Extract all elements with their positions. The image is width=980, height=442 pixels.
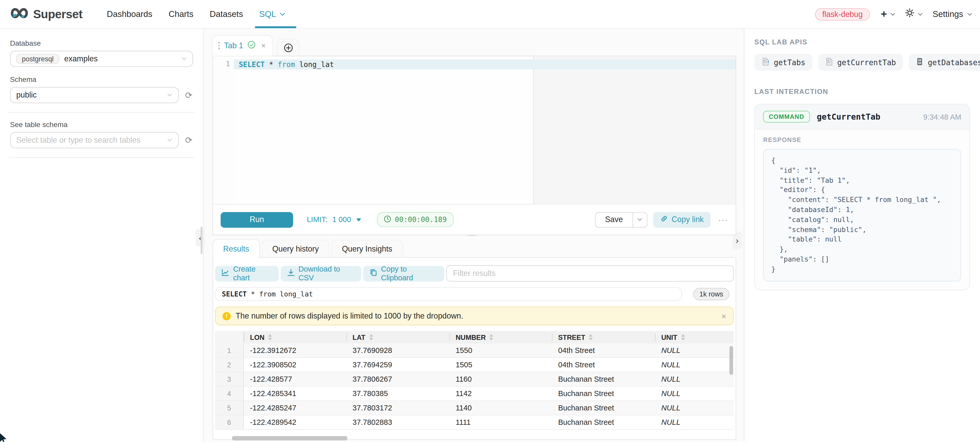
superset-sql-lab-screen: Superset Dashboards Charts Datasets SQL …: [0, 0, 980, 442]
json-line: {: [771, 156, 953, 166]
create-chart-button[interactable]: Create chart: [215, 266, 278, 281]
database-select[interactable]: postgresql examples: [10, 51, 193, 67]
save-options-caret[interactable]: [633, 212, 647, 227]
column-header-lon[interactable]: LON: [244, 331, 347, 343]
json-line: "title": "Tab 1",: [771, 176, 953, 185]
tab-query-insights[interactable]: Query Insights: [331, 240, 403, 258]
get-databases-button[interactable]: getDatabases: [908, 54, 980, 71]
tab-results[interactable]: Results: [213, 239, 260, 258]
warning-text: The number of rows displayed is limited …: [235, 311, 463, 320]
editor-tabstrip: Tab 1 ×: [213, 36, 737, 56]
column-header-lat[interactable]: LAT: [346, 331, 449, 343]
table-row: 1 -122.3912672 37.7690928 1550 04th Stre…: [215, 343, 734, 358]
sidebar-divider: [9, 157, 194, 158]
get-current-tab-button[interactable]: getCurrentTab: [818, 54, 903, 71]
filter-results-input[interactable]: Filter results: [446, 265, 734, 282]
main-nav: Dashboards Charts Datasets SQL: [99, 0, 292, 28]
close-warning-icon[interactable]: ×: [722, 311, 726, 321]
collapse-left-panel-button[interactable]: ‹: [196, 229, 205, 246]
sort-icon: [268, 334, 272, 340]
tab-query-history[interactable]: Query history: [262, 240, 329, 258]
theme-menu[interactable]: [905, 8, 922, 20]
column-header-street[interactable]: STREET: [552, 331, 655, 343]
json-line: "schema": "public",: [771, 225, 953, 235]
sql-code-editor[interactable]: 1 SELECT * from long_lat: [213, 56, 736, 204]
copy-link-button[interactable]: Copy link: [653, 212, 711, 227]
column-header-number[interactable]: NUMBER: [450, 331, 552, 343]
response-json-box: { "id": "1", "title": "Tab 1", "editor":…: [763, 149, 961, 281]
last-interaction-card: COMMAND getCurrentTab 9:34:48 AM RESPONS…: [754, 104, 970, 290]
table-row: 4 -122.4285341 37.780385 1142 Buchanan S…: [215, 386, 734, 401]
nav-sql[interactable]: SQL: [251, 0, 292, 28]
executed-query-preview: SELECT * from long_lat: [215, 287, 682, 301]
api-buttons-row: getTabs getCurrentTab: [754, 54, 970, 71]
column-header-unit[interactable]: UNIT: [655, 331, 734, 343]
download-icon: [287, 268, 295, 279]
superset-logo-icon: [10, 7, 29, 22]
nav-datasets[interactable]: Datasets: [202, 0, 251, 28]
drag-handle-icon[interactable]: [218, 42, 220, 49]
editor-gutter: [213, 56, 234, 204]
json-line: "id": "1",: [771, 166, 953, 176]
superset-logo[interactable]: Superset: [10, 7, 83, 22]
new-item-menu[interactable]: +: [881, 9, 894, 19]
query-preview-row: SELECT * from long_lat 1k rows: [215, 287, 734, 301]
row-number-header: [215, 331, 244, 343]
sql-lab-apis-panel: SQL LAB APIS getTabs: [744, 29, 980, 442]
table-row: 2 -122.3908502 37.7694259 1505 04th Stre…: [215, 358, 734, 372]
editor-toolbar: Run LIMIT:1 000 00:00:00.189: [213, 204, 736, 235]
nav-dashboards[interactable]: Dashboards: [99, 0, 161, 28]
sqllab-left-sidebar: Database postgresql examples Schema publ…: [0, 29, 204, 442]
copy-to-clipboard-button[interactable]: Copy to Clipboard: [363, 266, 444, 281]
vertical-scrollbar[interactable]: [730, 346, 733, 375]
api-panel-title: SQL LAB APIS: [754, 38, 970, 46]
table-row: 5 -122.4285247 37.7803172 1140 Buchanan …: [215, 401, 734, 415]
save-button[interactable]: Save: [595, 212, 633, 227]
table-header-row: LON LAT NUMBER STREET UNIT: [215, 331, 734, 343]
chevron-down-icon: [918, 11, 923, 15]
add-tab-button[interactable]: [278, 40, 299, 56]
refresh-schemas-icon[interactable]: ⟳: [185, 91, 193, 99]
schema-label: Schema: [10, 76, 193, 83]
chevron-down-icon: [638, 216, 642, 221]
sort-icon: [681, 334, 685, 340]
table-schema-label: See table schema: [10, 121, 193, 128]
command-name: getCurrentTab: [817, 112, 880, 121]
command-timestamp: 9:34:48 AM: [923, 112, 961, 121]
document-tabs-icon: [761, 57, 770, 67]
interaction-body: RESPONSE { "id": "1", "title": "Tab 1", …: [755, 129, 969, 290]
brand-name: Superset: [33, 7, 82, 21]
editor-tab-1[interactable]: Tab 1 ×: [213, 36, 272, 56]
link-icon: [660, 215, 668, 225]
save-split-button: Save: [595, 212, 648, 227]
table-select[interactable]: Select table or type to search tables: [10, 132, 179, 148]
more-actions-button[interactable]: ···: [718, 215, 728, 224]
json-line: "content": "SELECT * from long_lat ",: [771, 195, 953, 205]
table-row: 3 -122.428577 37.7806267 1160 Buchanan S…: [215, 372, 734, 386]
json-line: "catalog": null,: [771, 215, 953, 225]
sort-icon: [589, 334, 593, 340]
sql-editor-pane: Tab 1 ×: [204, 29, 744, 442]
document-icon: [825, 57, 833, 67]
nav-charts[interactable]: Charts: [161, 0, 202, 28]
limit-dropdown[interactable]: LIMIT:1 000: [307, 215, 361, 224]
sun-icon: [905, 8, 915, 20]
refresh-tables-icon[interactable]: ⟳: [185, 136, 193, 145]
horizontal-scrollbar[interactable]: [232, 436, 347, 440]
json-line: "panels": []: [771, 255, 953, 265]
file-cabinet-icon: [915, 57, 924, 67]
results-table: LON LAT NUMBER STREET UNIT 1 -122.391267…: [215, 331, 734, 430]
run-query-button[interactable]: Run: [221, 212, 293, 227]
get-tabs-button[interactable]: getTabs: [754, 54, 812, 71]
settings-menu[interactable]: Settings: [932, 10, 971, 19]
clipboard-icon: [369, 268, 377, 279]
close-tab-icon[interactable]: ×: [261, 41, 266, 50]
line-number: 1: [213, 59, 230, 70]
sort-icon: [490, 334, 493, 340]
pane-scrollbar[interactable]: [200, 227, 202, 254]
chevron-down-icon: [891, 11, 895, 15]
chevron-down-icon: [280, 11, 285, 16]
results-panel: Create chart Download to CSV: [213, 257, 737, 440]
download-csv-button[interactable]: Download to CSV: [280, 266, 361, 281]
schema-select[interactable]: public: [10, 87, 179, 103]
